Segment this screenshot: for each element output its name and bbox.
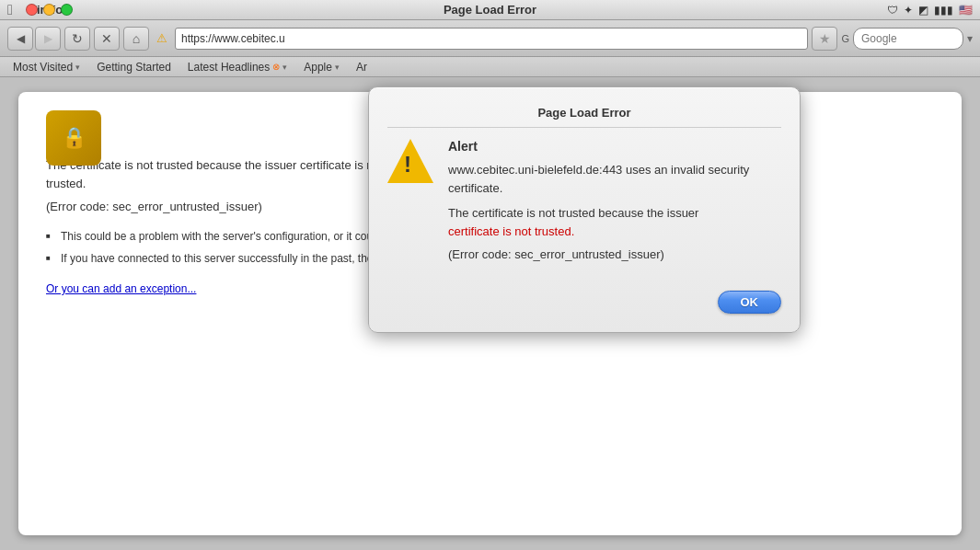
back-button[interactable]: ◀	[7, 27, 33, 51]
security-warning-icon: ⚠	[153, 27, 171, 51]
close-button[interactable]	[26, 4, 38, 16]
dialog-footer: OK	[387, 291, 781, 314]
home-button[interactable]: ⌂	[123, 27, 149, 51]
system-tray: 🛡 ✦ ◩ ▮▮▮ 🇺🇸	[880, 0, 980, 20]
bookmark-star-button[interactable]: ★	[812, 27, 837, 51]
search-input[interactable]	[853, 28, 963, 50]
alert-dialog: Page Load Error Alert www.cebitec.uni-bi…	[368, 86, 801, 333]
content-area: 🔒 The certificate is not trusted because…	[0, 77, 980, 550]
bookmark-label: Getting Started	[97, 61, 171, 74]
chevron-down-icon: ▾	[282, 63, 287, 72]
search-area: G ▾	[841, 28, 973, 50]
dialog-content: Alert www.cebitec.uni-bielefeld.de:443 u…	[448, 139, 781, 276]
forward-button[interactable]: ▶	[35, 27, 61, 51]
bookmark-latest-headlines[interactable]: Latest Headlines ⊗ ▾	[180, 59, 294, 75]
toolbar: ◀ ▶ ↻ ✕ ⌂ ⚠ ★ G ▾	[0, 20, 980, 57]
volume-icon: ▮▮▮	[934, 4, 953, 17]
warning-triangle-icon	[387, 139, 433, 183]
apple-logo-icon: 	[7, 3, 22, 17]
dialog-url-text: www.cebitec.uni-bielefeld.de:443 uses an…	[448, 161, 781, 197]
bookmark-label: Most Visited	[13, 61, 73, 74]
bookmark-label: Apple	[304, 61, 332, 74]
search-logo: G	[841, 33, 849, 44]
search-dropdown-icon[interactable]: ▾	[967, 32, 973, 45]
bookmark-getting-started[interactable]: Getting Started	[89, 59, 179, 75]
bookmark-ar[interactable]: Ar	[349, 59, 375, 75]
nav-group: ◀ ▶	[7, 27, 61, 51]
alert-overlay: Page Load Error Alert www.cebitec.uni-bi…	[0, 77, 980, 550]
chevron-down-icon: ▾	[75, 63, 80, 72]
flag-icon: 🇺🇸	[959, 4, 973, 17]
window-controls	[26, 4, 73, 16]
reload-button[interactable]: ↻	[64, 27, 90, 51]
dialog-alert-heading: Alert	[448, 139, 781, 154]
minimize-button[interactable]	[43, 4, 55, 16]
address-bar-wrapper: ⚠ ★	[153, 27, 837, 51]
warning-icon	[387, 139, 433, 185]
dialog-title: Page Load Error	[387, 106, 781, 128]
bookmark-most-visited[interactable]: Most Visited ▾	[6, 59, 87, 75]
bluetooth-icon: ✦	[904, 4, 913, 17]
titlebar:  Firefox Page Load Error 🛡 ✦ ◩ ▮▮▮ 🇺🇸	[0, 0, 980, 20]
bookmark-label: Latest Headlines	[188, 61, 270, 74]
bookmark-apple[interactable]: Apple ▾	[296, 59, 347, 75]
wifi-icon: ◩	[918, 4, 928, 17]
chevron-down-icon: ▾	[335, 63, 340, 72]
window-title: Page Load Error	[444, 3, 536, 17]
dialog-error-code: (Error code: sec_error_untrusted_issuer)	[448, 247, 781, 261]
stop-button[interactable]: ✕	[94, 27, 120, 51]
dialog-header: Alert www.cebitec.uni-bielefeld.de:443 u…	[387, 139, 781, 276]
bookmark-label: Ar	[356, 61, 367, 74]
ok-button[interactable]: OK	[718, 291, 782, 314]
shield-icon: 🛡	[887, 4, 898, 17]
maximize-button[interactable]	[61, 4, 73, 16]
dialog-cert-text: The certificate is not trusted because t…	[448, 204, 781, 240]
bookmarks-bar: Most Visited ▾ Getting Started Latest He…	[0, 57, 980, 77]
rss-icon: ⊗	[272, 62, 280, 72]
address-bar[interactable]	[175, 28, 808, 50]
